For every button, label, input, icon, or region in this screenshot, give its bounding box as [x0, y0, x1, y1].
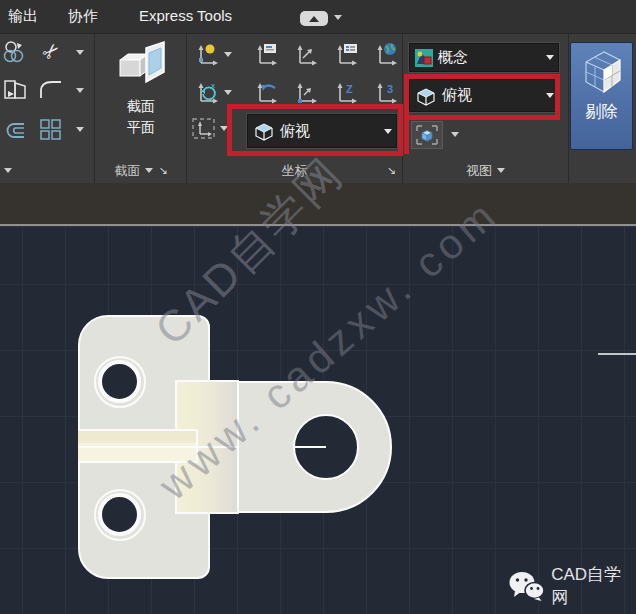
tab-express-tools[interactable]: Express Tools	[139, 7, 232, 24]
panel-section: 截面 平面 截面 ↘	[96, 34, 187, 183]
svg-text:Z: Z	[346, 83, 353, 95]
cloud-icon[interactable]	[300, 11, 328, 26]
panel-coordinates: x Z 3	[187, 34, 403, 183]
ucs-property-icon[interactable]	[194, 42, 220, 68]
panel-section-label[interactable]: 截面 ↘	[96, 158, 186, 183]
extrude-face-icon[interactable]	[2, 77, 28, 103]
trim-scissors-icon[interactable]: ✂	[33, 33, 70, 70]
dropdown-arrow-icon[interactable]	[224, 90, 232, 95]
panel-launcher-icon[interactable]: ↘	[387, 165, 396, 176]
dropdown-arrow-icon[interactable]	[334, 15, 342, 20]
stray-edge-line	[598, 353, 636, 355]
dropdown-arrow-icon[interactable]	[451, 132, 459, 137]
tab-collaborate[interactable]: 协作	[68, 7, 98, 26]
view-cube-icon	[252, 120, 276, 142]
ucs-view-combo[interactable]: 俯视	[247, 114, 397, 148]
panel-coordinates-label-text: 坐标	[282, 162, 308, 180]
panel-modify: ✂	[0, 34, 95, 183]
view-combo[interactable]: 俯视	[409, 79, 559, 112]
visual-style-icon	[414, 48, 434, 68]
autocad-window: 输出 协作 Express Tools ✂	[0, 0, 636, 614]
dropdown-arrow-icon[interactable]	[4, 168, 12, 173]
drawing-canvas[interactable]: CAD自学网	[0, 226, 636, 614]
section-plane-icon	[112, 38, 170, 90]
cull-button-label: 剔除	[586, 102, 618, 123]
section-plane-label-line1: 截面	[127, 96, 155, 117]
navigation-cube-button[interactable]	[411, 121, 443, 149]
ucs-named-icon[interactable]	[253, 42, 279, 68]
cull-button[interactable]: 剔除	[570, 42, 633, 150]
ucs-world-icon[interactable]	[373, 42, 399, 68]
panel-view-label[interactable]: 视图	[403, 158, 568, 183]
navigation-cube-icon	[415, 124, 439, 146]
dropdown-arrow-icon[interactable]	[546, 93, 554, 98]
part-hole-bottom	[98, 493, 141, 536]
dropdown-arrow-icon[interactable]	[384, 129, 392, 134]
svg-text:x: x	[211, 81, 215, 90]
offset-edge-icon[interactable]	[2, 116, 28, 142]
copy-circles-icon[interactable]	[2, 39, 28, 65]
dropdown-arrow-icon[interactable]	[76, 88, 84, 93]
ucs-rotate-x-icon[interactable]: x	[194, 80, 220, 106]
ucs-z-axis-icon[interactable]: Z	[333, 80, 359, 106]
ucs-3point-icon[interactable]: 3	[373, 80, 399, 106]
annotation-box-overshoot	[404, 118, 409, 154]
part-hole-top	[98, 360, 141, 403]
panel-launcher-icon[interactable]: ↘	[158, 165, 167, 176]
panel-view-label-text: 视图	[466, 162, 492, 180]
wechat-icon	[508, 571, 544, 601]
ucs-view-combo-value: 俯视	[280, 122, 310, 141]
watermark-logo: CAD自学网	[508, 563, 636, 609]
ribbon-lower-strip	[0, 183, 636, 224]
panel-coordinates-label[interactable]: 坐标 ↘	[187, 158, 402, 183]
ucs-list-icon[interactable]	[333, 42, 359, 68]
watermark-logo-text: CAD自学网	[551, 563, 636, 609]
ucs-display-icon[interactable]	[191, 116, 217, 142]
tab-output[interactable]: 输出	[8, 7, 38, 26]
dropdown-arrow-icon[interactable]	[546, 55, 554, 60]
cloud-up-arrow-icon	[309, 16, 319, 22]
ribbon: ✂	[0, 34, 636, 183]
dropdown-arrow-icon[interactable]	[220, 126, 228, 131]
array-squares-icon[interactable]	[38, 116, 64, 142]
visual-style-value: 概念	[438, 48, 468, 67]
view-combo-value: 俯视	[442, 86, 472, 105]
cull-cube-icon	[580, 48, 624, 94]
ucs-previous-icon[interactable]	[253, 80, 279, 106]
part-hole-seam	[295, 446, 326, 448]
view-cube-icon	[414, 85, 438, 107]
svg-text:3: 3	[387, 83, 393, 95]
dropdown-arrow-icon[interactable]	[497, 168, 505, 173]
visual-style-combo[interactable]: 概念	[409, 43, 559, 72]
dropdown-arrow-icon[interactable]	[145, 168, 153, 173]
dropdown-arrow-icon[interactable]	[76, 127, 84, 132]
panel-view: 概念 俯视 视图	[403, 34, 569, 183]
ucs-origin-icon[interactable]	[293, 80, 319, 106]
dropdown-arrow-icon[interactable]	[76, 50, 84, 55]
panel-modify-label	[0, 158, 94, 183]
fillet-icon[interactable]	[38, 77, 64, 103]
panel-cull: 剔除	[569, 34, 636, 183]
panel-section-label-text: 截面	[114, 162, 140, 180]
dropdown-arrow-icon[interactable]	[224, 52, 232, 57]
part-center-edge	[78, 446, 238, 448]
section-plane-label-line2: 平面	[127, 117, 155, 138]
section-plane-button[interactable]: 截面 平面	[104, 38, 178, 154]
ucs-move-icon[interactable]	[293, 42, 319, 68]
ribbon-tab-bar: 输出 协作 Express Tools	[0, 0, 636, 34]
